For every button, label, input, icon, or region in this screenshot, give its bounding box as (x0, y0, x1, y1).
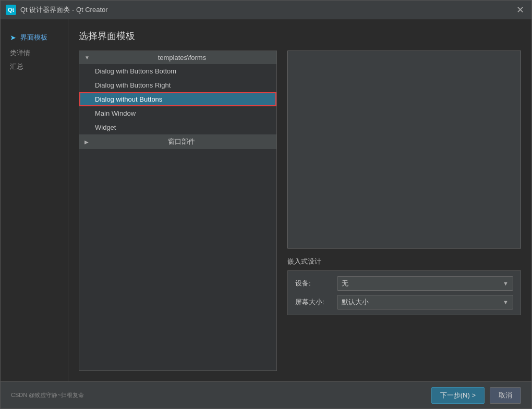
sidebar-item-interface-template[interactable]: ➤ 界面模板 (6, 30, 63, 45)
expand-icon: ▼ (84, 55, 90, 60)
footer: CSDN @致虚守静~归根复命 下一步(N) > 取消 (1, 381, 531, 408)
embedded-section: 嵌入式设计 设备: 无 ▼ 屏幕大小: (287, 257, 521, 315)
template-item-main-window[interactable]: Main Window (79, 106, 276, 120)
close-button[interactable]: ✕ (514, 4, 526, 16)
expand-right-icon: ▶ (84, 139, 89, 145)
cancel-button[interactable]: 取消 (490, 387, 521, 404)
preview-and-settings: 嵌入式设计 设备: 无 ▼ 屏幕大小: (287, 51, 521, 371)
chevron-down-icon: ▼ (503, 280, 509, 287)
app-icon: Qt (6, 5, 16, 15)
screen-value: 默认大小 (342, 298, 369, 307)
sidebar-item-label: 界面模板 (20, 33, 47, 42)
titlebar-left: Qt Qt 设计器界面类 - Qt Creator (6, 5, 108, 15)
template-item-dialog-buttons-right[interactable]: Dialog with Buttons Right (79, 78, 276, 92)
sidebar: ➤ 界面模板 类详情 汇总 (1, 19, 68, 381)
chevron-down-icon2: ▼ (503, 299, 509, 305)
group-label2: 窗口部件 (92, 137, 271, 146)
titlebar-title: Qt 设计器界面类 - Qt Creator (20, 5, 108, 15)
device-row: 设备: 无 ▼ (295, 276, 513, 291)
content-area: ➤ 界面模板 类详情 汇总 选择界面模板 ▼ templates\forms (1, 19, 531, 381)
device-select[interactable]: 无 ▼ (337, 276, 513, 291)
template-item-dialog-buttons-bottom[interactable]: Dialog with Buttons Bottom (79, 64, 276, 78)
sidebar-item-summary[interactable]: 汇总 (6, 60, 63, 73)
sidebar-item-label: 类详情 (10, 49, 30, 57)
main-window: Qt Qt 设计器界面类 - Qt Creator ✕ ➤ 界面模板 类详情 汇… (0, 0, 532, 409)
next-button[interactable]: 下一步(N) > (431, 387, 485, 404)
template-list[interactable]: ▼ templates\forms Dialog with Buttons Bo… (79, 51, 277, 371)
group-header-forms[interactable]: ▼ templates\forms (79, 51, 276, 64)
template-panel: ▼ templates\forms Dialog with Buttons Bo… (79, 51, 521, 371)
embedded-title: 嵌入式设计 (287, 257, 521, 266)
sidebar-item-class-detail[interactable]: 类详情 (6, 46, 63, 60)
watermark-text: CSDN @致虚守静~归根复命 (11, 391, 84, 399)
embedded-form: 设备: 无 ▼ 屏幕大小: 默认大小 ▼ (287, 270, 521, 315)
group-header-widgets[interactable]: ▶ 窗口部件 (79, 134, 276, 149)
template-preview (287, 51, 521, 249)
page-title: 选择界面模板 (79, 30, 521, 42)
sidebar-item-label: 汇总 (10, 63, 23, 70)
screen-select[interactable]: 默认大小 ▼ (337, 295, 513, 309)
titlebar: Qt Qt 设计器界面类 - Qt Creator ✕ (1, 1, 531, 19)
main-area: 选择界面模板 ▼ templates\forms Dialog with But… (68, 19, 531, 381)
arrow-icon: ➤ (10, 33, 16, 42)
group-label: templates\forms (93, 54, 271, 61)
screen-row: 屏幕大小: 默认大小 ▼ (295, 295, 513, 309)
device-value: 无 (342, 279, 348, 288)
template-item-widget[interactable]: Widget (79, 120, 276, 134)
template-item-dialog-without-buttons[interactable]: Dialog without Buttons (79, 92, 276, 106)
device-label: 设备: (295, 279, 332, 288)
screen-label: 屏幕大小: (295, 298, 332, 307)
